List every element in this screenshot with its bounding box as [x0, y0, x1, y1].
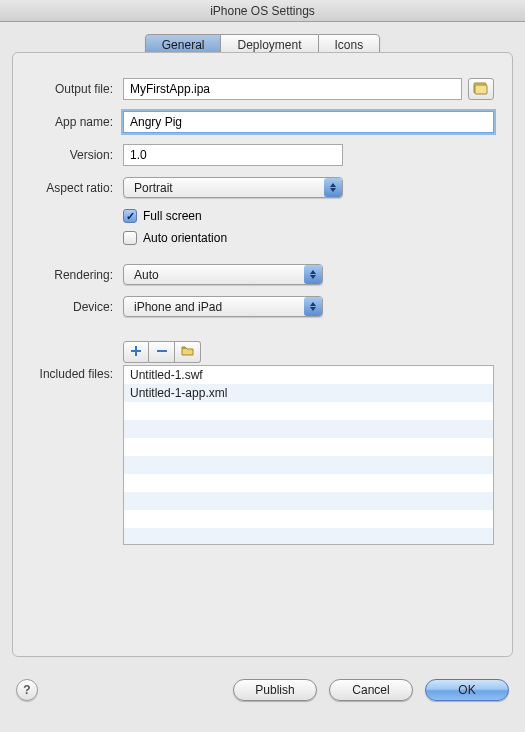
list-item: . — [124, 528, 493, 545]
list-item: . — [124, 474, 493, 492]
footer: ? Publish Cancel OK — [0, 679, 525, 711]
ok-button[interactable]: OK — [425, 679, 509, 701]
chevron-updown-icon — [304, 265, 322, 284]
remove-file-button[interactable] — [149, 341, 175, 363]
rendering-select[interactable]: Auto — [123, 264, 323, 285]
general-panel: Output file: App name: Version: Aspect r… — [12, 52, 513, 657]
minus-icon — [156, 345, 168, 360]
device-select[interactable]: iPhone and iPad — [123, 296, 323, 317]
publish-button[interactable]: Publish — [233, 679, 317, 701]
aspect-ratio-label: Aspect ratio: — [31, 181, 123, 195]
chevron-updown-icon — [324, 178, 342, 197]
help-button[interactable]: ? — [16, 679, 38, 701]
cancel-button[interactable]: Cancel — [329, 679, 413, 701]
version-field[interactable] — [123, 144, 343, 166]
version-label: Version: — [31, 148, 123, 162]
chevron-updown-icon — [304, 297, 322, 316]
included-files-list[interactable]: Untitled-1.swf Untitled-1-app.xml . . . … — [123, 365, 494, 545]
output-file-field[interactable] — [123, 78, 462, 100]
aspect-ratio-select[interactable]: Portrait — [123, 177, 343, 198]
auto-orientation-label: Auto orientation — [143, 231, 227, 245]
add-folder-button[interactable] — [175, 341, 201, 363]
auto-orientation-checkbox[interactable] — [123, 231, 137, 245]
list-item[interactable]: Untitled-1.swf — [124, 366, 493, 384]
help-icon: ? — [23, 683, 30, 697]
browse-button[interactable] — [468, 78, 494, 100]
output-file-label: Output file: — [31, 82, 123, 96]
full-screen-label: Full screen — [143, 209, 202, 223]
list-item: . — [124, 402, 493, 420]
aspect-ratio-value: Portrait — [134, 181, 318, 195]
included-files-label: Included files: — [31, 341, 123, 381]
window-title: iPhone OS Settings — [0, 0, 525, 22]
list-item: . — [124, 456, 493, 474]
device-value: iPhone and iPad — [134, 300, 298, 314]
svg-rect-1 — [475, 85, 487, 94]
full-screen-checkbox[interactable] — [123, 209, 137, 223]
rendering-value: Auto — [134, 268, 298, 282]
plus-icon — [130, 345, 142, 360]
folder-icon — [473, 81, 489, 98]
list-item: . — [124, 420, 493, 438]
device-label: Device: — [31, 300, 123, 314]
add-file-button[interactable] — [123, 341, 149, 363]
list-item[interactable]: Untitled-1-app.xml — [124, 384, 493, 402]
folder-open-icon — [181, 345, 195, 360]
rendering-label: Rendering: — [31, 268, 123, 282]
app-name-label: App name: — [31, 115, 123, 129]
list-item: . — [124, 492, 493, 510]
app-name-field[interactable] — [123, 111, 494, 133]
list-item: . — [124, 510, 493, 528]
list-item: . — [124, 438, 493, 456]
